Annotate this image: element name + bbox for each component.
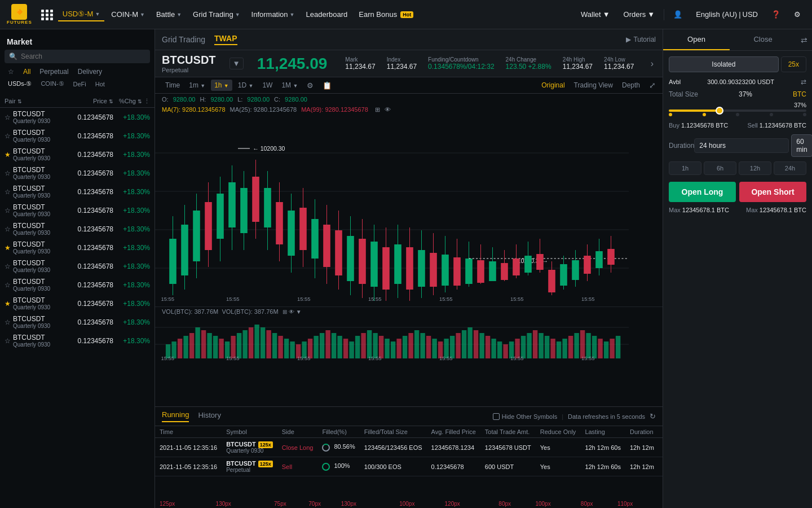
star-icon[interactable]: ☆ [5, 169, 11, 177]
view-original[interactable]: Original [539, 80, 567, 90]
star-icon[interactable]: ★ [5, 300, 11, 308]
filter-all[interactable]: All [20, 67, 34, 77]
nav-information[interactable]: Information ▼ [247, 8, 299, 21]
view-depth[interactable]: Depth [620, 80, 642, 90]
tick-75[interactable] [770, 113, 773, 116]
duration-input[interactable] [694, 138, 789, 153]
ticker-next-arrow[interactable]: › [648, 59, 656, 69]
filter-perpetual[interactable]: Perpetual [36, 67, 72, 77]
dur-1h[interactable]: 1h [669, 161, 701, 175]
list-item[interactable]: ☆ BTCUSDT Quarterly 0930 0.12345678 +18.… [0, 182, 155, 201]
star-icon[interactable]: ☆ [5, 262, 11, 270]
star-icon[interactable]: ☆ [5, 225, 11, 233]
nav-grid-trading[interactable]: Grid Trading ▼ [188, 8, 244, 21]
tag-coin[interactable]: COIN-⑤ [37, 79, 67, 89]
star-icon[interactable]: ☆ [5, 281, 11, 289]
screenshot-tool[interactable]: 📋 [319, 80, 335, 91]
nav-leaderboard[interactable]: Leaderboard [302, 8, 352, 21]
ma-settings-icon[interactable]: ⊞ [375, 106, 380, 113]
grid-trading-tab[interactable]: Grid Trading [162, 34, 205, 45]
nav-coinm[interactable]: COIN-M ▼ [107, 8, 149, 21]
star-filter[interactable]: ☆ [5, 67, 17, 77]
help-button[interactable]: ❓ [767, 8, 785, 21]
twap-tab[interactable]: TWAP [214, 34, 237, 45]
refresh-avbl-button[interactable]: ⇄ [801, 78, 806, 86]
list-item[interactable]: ☆ BTCUSDT Quarterly 0930 0.12345678 +18.… [0, 331, 155, 350]
dur-12h[interactable]: 12h [739, 161, 771, 175]
expand-chart-button[interactable]: ⤢ [649, 80, 656, 90]
vol-eye-icon[interactable]: 👁 [289, 309, 294, 315]
nav-battle[interactable]: Battle ▼ [152, 8, 186, 21]
list-item[interactable]: ☆ BTCUSDT Quarterly 0930 0.12345678 +18.… [0, 108, 155, 126]
hide-symbols-checkbox-label[interactable]: Hide Other Symbols [493, 413, 557, 420]
list-item[interactable]: ★ BTCUSDT Quarterly 0930 0.12345678 +18.… [0, 238, 155, 257]
size-slider[interactable]: 37% [669, 102, 806, 117]
ma-eye-icon[interactable]: 👁 [385, 106, 391, 113]
search-box[interactable]: 🔍 [5, 50, 150, 63]
star-icon[interactable]: ☆ [5, 207, 11, 214]
star-icon[interactable]: ☆ [5, 188, 11, 196]
header-chg[interactable]: %Chg ⇅ ⋮ [113, 98, 150, 105]
tag-hot[interactable]: Hot [92, 79, 108, 89]
view-tradingview[interactable]: Trading View [572, 80, 615, 90]
hide-symbols-checkbox[interactable] [493, 413, 500, 420]
star-icon[interactable]: ☆ [5, 318, 11, 326]
tutorial-button[interactable]: ▶ Tutorial [626, 36, 656, 43]
settings-button[interactable]: ⚙ [789, 8, 805, 21]
tab-running[interactable]: Running [162, 410, 189, 422]
list-item[interactable]: ☆ BTCUSDT Quarterly 0930 0.12345678 +18.… [0, 201, 155, 220]
filter-delivery[interactable]: Delivery [74, 67, 105, 77]
vol-collapse-icon[interactable]: ▼ [296, 309, 302, 315]
wallet-button[interactable]: Wallet ▼ [576, 8, 615, 21]
tag-defi[interactable]: DeFi [70, 79, 90, 89]
nav-usdm[interactable]: USD⑤-M ▼ [58, 7, 105, 21]
tick-100[interactable] [803, 113, 806, 116]
refresh-icon[interactable]: ↻ [650, 412, 656, 421]
grid-menu-icon[interactable] [41, 10, 51, 20]
leverage-btn[interactable]: 25x [781, 56, 806, 72]
list-item[interactable]: ★ BTCUSDT Quarterly 0930 0.12345678 +18.… [0, 145, 155, 164]
open-short-button[interactable]: Open Short [739, 182, 806, 202]
time-1d[interactable]: 1D ▼ [235, 80, 257, 91]
symbol-dropdown[interactable]: ▼ [230, 58, 244, 69]
time-1mo[interactable]: 1M ▼ [278, 80, 301, 91]
tab-history[interactable]: History [198, 411, 220, 422]
panel-settings-button[interactable]: ⇄ [796, 29, 812, 50]
profile-button[interactable]: 👤 [669, 8, 687, 21]
list-item[interactable]: ☆ BTCUSDT Quarterly 0930 0.12345678 +18.… [0, 313, 155, 331]
star-icon[interactable]: ☆ [5, 113, 11, 121]
nav-earn-bonus[interactable]: Earn Bonus Hot [354, 8, 418, 21]
time-1w[interactable]: 1W [259, 80, 276, 91]
header-pair[interactable]: Pair ⇅ [5, 98, 68, 105]
time-time[interactable]: Time [162, 80, 183, 91]
star-icon[interactable]: ☆ [5, 132, 11, 140]
list-item[interactable]: ☆ BTCUSDT Quarterly 0930 0.12345678 +18.… [0, 126, 155, 145]
list-item[interactable]: ☆ BTCUSDT Quarterly 0930 0.12345678 +18.… [0, 220, 155, 238]
list-item[interactable]: ★ BTCUSDT Quarterly 0930 0.12345678 +18.… [0, 294, 155, 313]
tab-close[interactable]: Close [730, 29, 796, 50]
tick-50[interactable] [736, 113, 739, 116]
header-price[interactable]: Price ⇅ [68, 98, 113, 105]
dur-24h[interactable]: 24h [774, 161, 806, 175]
tab-open[interactable]: Open [663, 29, 730, 50]
indicator-tool[interactable]: ⚙ [303, 80, 317, 91]
time-1h[interactable]: 1h ▼ [211, 80, 232, 91]
star-icon[interactable]: ★ [5, 151, 11, 159]
search-input[interactable] [21, 52, 145, 60]
tick-25[interactable] [703, 113, 706, 116]
tick-0[interactable] [669, 113, 672, 116]
open-long-button[interactable]: Open Long [669, 182, 736, 202]
vol-settings-icon[interactable]: ⊞ [283, 309, 287, 315]
orders-button[interactable]: Orders ▼ [619, 8, 660, 21]
list-item[interactable]: ☆ BTCUSDT Quarterly 0930 0.12345678 +18.… [0, 257, 155, 275]
language-button[interactable]: English (AU) | USD [691, 8, 762, 21]
slider-track[interactable] [669, 110, 806, 112]
logo[interactable]: 🔶 FUTURES [7, 4, 32, 25]
isolated-mode-btn[interactable]: Isolated [669, 56, 779, 72]
list-item[interactable]: ☆ BTCUSDT Quarterly 0930 0.12345678 +18.… [0, 275, 155, 294]
star-icon[interactable]: ★ [5, 244, 11, 252]
star-icon[interactable]: ☆ [5, 337, 11, 345]
time-1m[interactable]: 1m ▼ [186, 80, 209, 91]
dur-6h[interactable]: 6h [704, 161, 736, 175]
list-item[interactable]: ☆ BTCUSDT Quarterly 0930 0.12345678 +18.… [0, 164, 155, 182]
